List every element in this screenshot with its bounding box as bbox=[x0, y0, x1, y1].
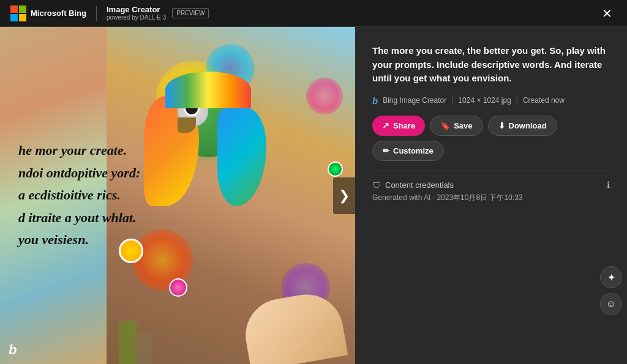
credentials-detail: Generated with AI · 2023年10月8日 下午10:33 bbox=[372, 193, 610, 203]
smiley-button[interactable]: ☺ bbox=[600, 293, 622, 315]
text-line-4: d itraite a yout whlat. bbox=[18, 209, 189, 227]
sparkle-icon: ✦ bbox=[607, 272, 615, 283]
credentials-header: 🛡 Content credentials ℹ bbox=[372, 180, 610, 190]
svg-rect-2 bbox=[10, 14, 18, 21]
close-button[interactable]: ✕ bbox=[597, 5, 617, 22]
deco-3 bbox=[328, 162, 343, 177]
text-line-3: a ecdistioitive rics. bbox=[18, 187, 189, 204]
main-content: he mor your create. ndoi ontdopitive yor… bbox=[0, 27, 627, 364]
bing-logo: Microsoft Bing bbox=[10, 5, 86, 22]
credentials-label: Content credentials bbox=[385, 180, 454, 190]
action-buttons: ↗ Share 🔖 Save ⬇ Download ✏ Customize bbox=[372, 116, 610, 161]
header-left: Microsoft Bing Image Creator powered by … bbox=[10, 5, 209, 22]
bing-logo-icon bbox=[10, 5, 27, 22]
share-label: Share bbox=[393, 121, 415, 130]
app-title: Image Creator bbox=[107, 5, 166, 15]
panel-description: The more you create, the better you get.… bbox=[372, 44, 610, 86]
floating-buttons: ✦ ☺ bbox=[600, 266, 622, 315]
header: Microsoft Bing Image Creator powered by … bbox=[0, 0, 627, 27]
meta-sep-1: | bbox=[451, 96, 453, 105]
preview-badge: PREVIEW bbox=[172, 8, 209, 18]
bing-text: Microsoft Bing bbox=[31, 9, 86, 18]
chevron-right-icon: ❯ bbox=[339, 188, 350, 204]
divider bbox=[96, 6, 97, 21]
text-line-2: ndoi ontdopitive yord: bbox=[18, 165, 189, 182]
bing-watermark: b bbox=[9, 342, 17, 358]
svg-rect-1 bbox=[19, 6, 26, 13]
download-label: Download bbox=[509, 121, 547, 130]
right-panel: The more you create, the better you get.… bbox=[355, 27, 627, 364]
parrot-wing-left bbox=[217, 108, 266, 206]
svg-rect-3 bbox=[19, 14, 26, 21]
meta-time: Created now bbox=[523, 96, 565, 105]
meta-source: Bing Image Creator bbox=[383, 96, 446, 105]
share-icon: ↗ bbox=[382, 121, 389, 130]
credentials-icon: 🛡 bbox=[372, 180, 381, 190]
next-image-button[interactable]: ❯ bbox=[333, 177, 355, 214]
image-meta: b Bing Image Creator | 1024 × 1024 jpg |… bbox=[372, 95, 610, 106]
title-group: Image Creator powered by DALL·E 3 bbox=[107, 5, 166, 22]
share-button[interactable]: ↗ Share bbox=[372, 116, 425, 136]
download-icon: ⬇ bbox=[498, 121, 505, 130]
text-line-1: he mor your create. bbox=[18, 142, 189, 160]
customize-label: Customize bbox=[393, 146, 434, 155]
text-line-5: you veisiesn. bbox=[18, 231, 189, 249]
credentials-title-row: 🛡 Content credentials bbox=[372, 180, 454, 190]
ai-image: he mor your create. ndoi ontdopitive yor… bbox=[0, 27, 355, 364]
save-icon: 🔖 bbox=[440, 121, 450, 130]
info-icon[interactable]: ℹ bbox=[607, 180, 610, 190]
image-section: he mor your create. ndoi ontdopitive yor… bbox=[0, 27, 355, 364]
svg-rect-0 bbox=[10, 6, 18, 13]
save-label: Save bbox=[454, 121, 472, 130]
customize-button[interactable]: ✏ Customize bbox=[372, 141, 444, 161]
app-subtitle: powered by DALL·E 3 bbox=[107, 14, 166, 21]
swirl-3 bbox=[306, 78, 343, 114]
image-text-overlay: he mor your create. ndoi ontdopitive yor… bbox=[0, 27, 195, 364]
meta-size: 1024 × 1024 jpg bbox=[458, 96, 511, 105]
customize-icon: ✏ bbox=[383, 146, 389, 155]
sparkle-button[interactable]: ✦ bbox=[600, 266, 622, 288]
smiley-icon: ☺ bbox=[606, 299, 616, 310]
credentials-section: 🛡 Content credentials ℹ Generated with A… bbox=[372, 171, 610, 203]
download-button[interactable]: ⬇ Download bbox=[488, 116, 557, 136]
bing-meta-icon: b bbox=[372, 95, 378, 106]
save-button[interactable]: 🔖 Save bbox=[430, 116, 482, 136]
meta-sep-2: | bbox=[516, 96, 518, 105]
